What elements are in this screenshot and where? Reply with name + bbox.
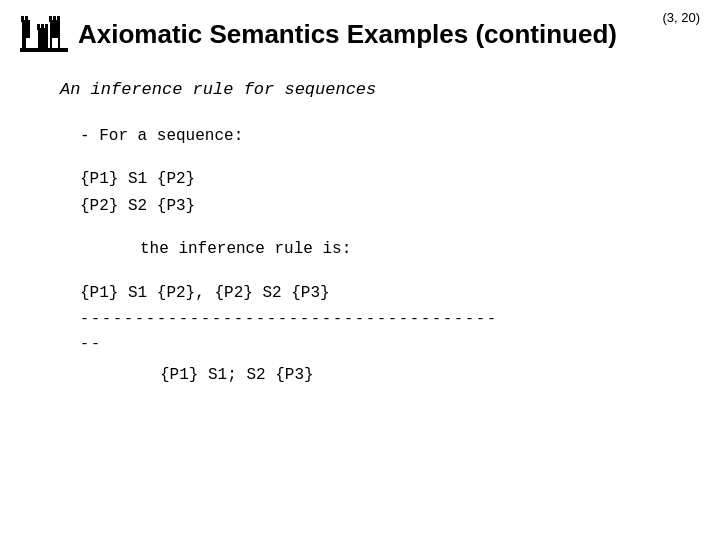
premise-2: {P2} S2 {P3} — [80, 193, 700, 220]
subtitle: An inference rule for sequences — [60, 76, 700, 105]
bullet-section: - For a sequence: — [60, 123, 700, 150]
svg-rect-5 — [41, 24, 44, 30]
svg-rect-13 — [52, 38, 58, 48]
svg-rect-3 — [38, 28, 48, 48]
svg-rect-1 — [21, 16, 24, 22]
rule-divider2: -- — [80, 332, 700, 358]
premise-1: {P1} S1 {P2} — [80, 166, 700, 193]
slide-number: (3, 20) — [662, 10, 700, 25]
rule-divider: -------------------------------------- — [80, 307, 700, 333]
rule-section: {P1} S1 {P2}, {P2} S2 {P3} -------------… — [60, 280, 700, 389]
bullet-text: - For a sequence: — [80, 123, 700, 150]
castle-icon — [20, 10, 68, 58]
content-area: An inference rule for sequences - For a … — [20, 76, 700, 389]
svg-rect-11 — [20, 48, 68, 52]
svg-rect-9 — [53, 16, 56, 22]
svg-rect-12 — [26, 38, 32, 48]
inference-label-section: the inference rule is: — [60, 236, 700, 263]
premises-section: {P1} S1 {P2} {P2} S2 {P3} — [60, 166, 700, 220]
svg-rect-6 — [45, 24, 48, 30]
page-title: Axiomatic Semantics Examples (continued)… — [78, 19, 617, 50]
rule-denominator: {P1} S1; S2 {P3} — [80, 362, 700, 389]
inference-label: the inference rule is: — [140, 236, 700, 263]
svg-rect-10 — [57, 16, 60, 22]
svg-rect-4 — [37, 24, 40, 30]
svg-rect-8 — [49, 16, 52, 22]
header: Axiomatic Semantics Examples (continued)… — [20, 10, 700, 58]
svg-rect-2 — [25, 16, 28, 22]
rule-numerator: {P1} S1 {P2}, {P2} S2 {P3} — [80, 280, 700, 307]
